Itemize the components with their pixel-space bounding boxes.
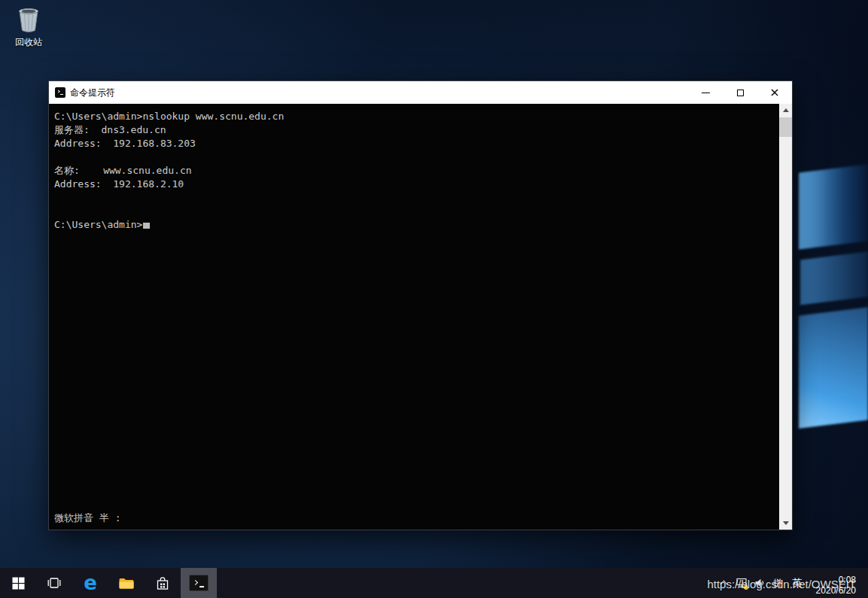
file-explorer-icon: [118, 575, 135, 590]
minimize-icon: [702, 93, 710, 93]
maximize-button[interactable]: [723, 81, 757, 104]
terminal-line: C:\Users\admin>: [54, 218, 775, 232]
minimize-button[interactable]: [688, 81, 723, 104]
cmd-icon: [55, 87, 65, 98]
file-explorer-button[interactable]: [108, 568, 145, 598]
terminal-output-area[interactable]: C:\Users\admin>nslookup www.scnu.edu.cn服…: [49, 104, 792, 530]
close-icon: ×: [769, 87, 779, 99]
close-button[interactable]: ×: [757, 81, 792, 104]
desktop: 回收站 命令提示符 × C:\Users\admin>nslookup www.…: [0, 0, 868, 568]
ime-status-line: 微软拼音 半 :: [54, 511, 120, 525]
store-button[interactable]: [145, 568, 181, 598]
edge-icon: e: [84, 573, 97, 593]
command-prompt-window: 命令提示符 × C:\Users\admin>nslookup www.scnu…: [48, 80, 793, 530]
clock-time: 0:08: [808, 575, 856, 585]
window-titlebar[interactable]: 命令提示符 ×: [49, 81, 792, 104]
recycle-bin-label: 回收站: [10, 36, 47, 49]
terminal-line: [54, 191, 775, 205]
terminal-lines: C:\Users\admin>nslookup www.scnu.edu.cn服…: [54, 110, 775, 232]
volume-icon: [754, 578, 766, 588]
scrollbar-thumb[interactable]: [779, 117, 792, 137]
store-icon: [155, 575, 170, 591]
terminal-line: C:\Users\admin>nslookup www.scnu.edu.cn: [54, 110, 775, 123]
terminal-cursor: [143, 223, 150, 229]
ime-pin-icon: 拼: [773, 577, 782, 590]
clock-date: 2020/6/20: [808, 585, 856, 596]
scroll-down-arrow[interactable]: [779, 517, 792, 530]
scroll-up-arrow[interactable]: [779, 104, 792, 117]
taskbar-clock[interactable]: 0:08 2020/6/20: [808, 570, 862, 596]
ime-pin-button[interactable]: 拼: [769, 568, 787, 598]
hidden-icons-button[interactable]: [714, 568, 732, 598]
wallpaper-light-pane: [799, 307, 868, 428]
maximize-icon: [737, 90, 744, 96]
terminal-line: [54, 150, 775, 164]
task-view-icon: [47, 575, 62, 590]
volume-tray-button[interactable]: [751, 568, 769, 598]
terminal-line: 名称: www.scnu.edu.cn: [54, 164, 775, 178]
terminal-line: Address: 192.168.83.203: [54, 137, 775, 150]
hidden-icons-chevron: [720, 581, 727, 588]
recycle-bin-icon[interactable]: 回收站: [10, 6, 47, 49]
network-tray-button[interactable]: [732, 568, 751, 598]
taskbar-cmd-button[interactable]: [181, 568, 217, 598]
system-tray: 拼 英 0:08 2020/6/20 https://blog.csdn.net…: [714, 568, 868, 598]
taskbar: e: [0, 568, 868, 598]
window-title: 命令提示符: [70, 87, 115, 99]
wallpaper-light-pane: [800, 251, 868, 305]
terminal-line: Address: 192.168.2.10: [54, 178, 775, 191]
cmd-icon: [189, 575, 209, 591]
edge-browser-button[interactable]: e: [72, 568, 108, 598]
wallpaper-light-pane: [799, 164, 868, 249]
task-view-button[interactable]: [36, 568, 72, 598]
input-language-indicator[interactable]: 英: [787, 576, 808, 590]
trash-can-icon: [14, 6, 43, 33]
terminal-line: 服务器: dns3.edu.cn: [54, 123, 775, 137]
terminal-scrollbar[interactable]: [779, 104, 792, 530]
start-button[interactable]: [0, 568, 36, 598]
windows-logo-icon: [12, 577, 25, 590]
network-warning-badge: [744, 585, 748, 590]
terminal-line: [54, 205, 775, 218]
